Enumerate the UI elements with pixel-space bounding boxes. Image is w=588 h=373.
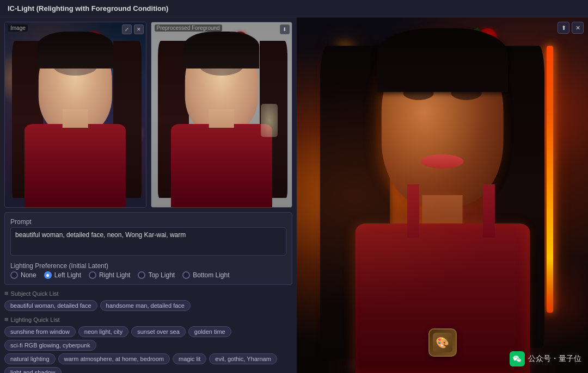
- lighting-tags-row-2: natural lighting warm atmosphere, at hom…: [4, 353, 292, 373]
- image-panel-foreground: Preprocessed Foreground ⬇: [151, 22, 293, 208]
- lighting-options-row: None Left Light Right Light Top Light: [10, 271, 286, 279]
- tag-light-and-shadow[interactable]: light and shadow: [4, 367, 62, 373]
- tag-natural-lighting[interactable]: natural lighting: [4, 353, 56, 364]
- neon-right-strip: [547, 46, 553, 313]
- prompt-field: Prompt beautiful woman, detailed face, n…: [10, 218, 286, 258]
- radio-bottom-circle: [182, 271, 190, 279]
- radio-none-circle: [10, 271, 18, 279]
- run-button-icon: 🎨: [436, 336, 449, 349]
- image-expand-icon[interactable]: ⤢: [122, 24, 132, 34]
- prompt-label: Prompt: [10, 218, 286, 226]
- tag-beautiful-woman[interactable]: beautiful woman, detailed face: [4, 300, 97, 311]
- lighting-quicklist-label: Lighting Quick List: [11, 316, 60, 323]
- lighting-label: Lighting Preference (Initial Latent): [10, 262, 286, 270]
- controls-section: Prompt beautiful woman, detailed face, n…: [4, 212, 292, 285]
- output-image-bg: [297, 17, 588, 373]
- app-title: IC-Light (Relighting with Foreground Con…: [8, 4, 168, 13]
- tag-handsome-man[interactable]: handsome man, detailed face: [100, 300, 191, 311]
- radio-right-label: Right Light: [99, 271, 130, 279]
- foreground-download-icon[interactable]: ⬇: [280, 24, 290, 34]
- prompt-textarea[interactable]: beautiful woman, detailed face, neon, Wo…: [10, 227, 286, 256]
- subject-quick-list-section: Subject Quick List beautiful woman, deta…: [4, 289, 292, 311]
- bottom-action-area: 🎨: [428, 328, 457, 357]
- lighting-quicklist-title: Lighting Quick List: [4, 315, 292, 324]
- radio-left-label: Left Light: [54, 271, 81, 279]
- wechat-icon: [510, 351, 525, 366]
- image-panel-original: Image ⤢ ✕: [4, 22, 146, 208]
- watermark-area: 公众号・量子位: [510, 351, 581, 366]
- radio-right-light[interactable]: Right Light: [89, 271, 130, 279]
- image-panel-label: Image: [8, 24, 28, 32]
- watermark-text: 公众号・量子位: [528, 354, 581, 364]
- radio-left-circle: [44, 271, 52, 279]
- image-panels-row: Image ⤢ ✕: [4, 22, 292, 208]
- output-upload-icon[interactable]: ⬆: [558, 22, 569, 34]
- tag-scifi-rgb[interactable]: sci-fi RGB glowing, cyberpunk: [4, 340, 96, 351]
- main-layout: Image ⤢ ✕: [0, 17, 588, 373]
- radio-top-circle: [138, 271, 145, 279]
- tag-sunshine-from-window[interactable]: sunshine from window: [4, 326, 76, 337]
- radio-top-label: Top Light: [148, 271, 175, 279]
- left-panel: Image ⤢ ✕: [0, 17, 297, 373]
- output-panel-corner-icons: ⬆ ✕: [558, 22, 584, 34]
- radio-none-label: None: [21, 271, 36, 279]
- run-button[interactable]: 🎨: [428, 328, 457, 357]
- subject-quicklist-title: Subject Quick List: [4, 289, 292, 297]
- radio-top-light[interactable]: Top Light: [138, 271, 175, 279]
- right-panel: ⬆ ✕ 🎨 公众号・量子位: [297, 17, 588, 373]
- radio-bottom-label: Bottom Light: [193, 271, 229, 279]
- lighting-quick-list-section: Lighting Quick List sunshine from window…: [4, 315, 292, 373]
- lighting-preference-field: Lighting Preference (Initial Latent) Non…: [10, 262, 286, 279]
- original-image-bg: [5, 22, 146, 207]
- lighting-tags-row-1: sunshine from window neon light, city su…: [4, 326, 292, 351]
- run-button-inner: 🎨: [433, 333, 452, 352]
- tag-golden-time[interactable]: golden time: [188, 326, 231, 337]
- original-image-placeholder: [5, 22, 146, 207]
- foreground-image-placeholder: [151, 22, 292, 207]
- image-close-icon[interactable]: ✕: [134, 24, 144, 34]
- tag-warm-atmosphere[interactable]: warm atmosphere, at home, bedroom: [58, 353, 170, 364]
- subject-quicklist-label: Subject Quick List: [11, 290, 59, 297]
- output-close-icon[interactable]: ✕: [572, 22, 584, 34]
- radio-right-circle: [89, 271, 96, 279]
- radio-bottom-light[interactable]: Bottom Light: [182, 271, 229, 279]
- foreground-panel-icons: ⬇: [280, 24, 290, 34]
- title-bar: IC-Light (Relighting with Foreground Con…: [0, 0, 588, 17]
- foreground-panel-label: Preprocessed Foreground: [155, 24, 222, 32]
- output-image-area: ⬆ ✕ 🎨 公众号・量子位: [297, 17, 588, 373]
- tag-evil-gothic[interactable]: evil, gothic, Yharnam: [209, 353, 277, 364]
- image-panel-icons: ⤢ ✕: [122, 24, 144, 34]
- radio-left-light[interactable]: Left Light: [44, 271, 81, 279]
- tag-magic-lit[interactable]: magic lit: [173, 353, 206, 364]
- tag-sunset-over-sea[interactable]: sunset over sea: [131, 326, 186, 337]
- tag-neon-light-city[interactable]: neon light, city: [78, 326, 128, 337]
- subject-tags-row: beautiful woman, detailed face handsome …: [4, 300, 292, 311]
- radio-none[interactable]: None: [10, 271, 36, 279]
- foreground-image-bg: [151, 22, 292, 207]
